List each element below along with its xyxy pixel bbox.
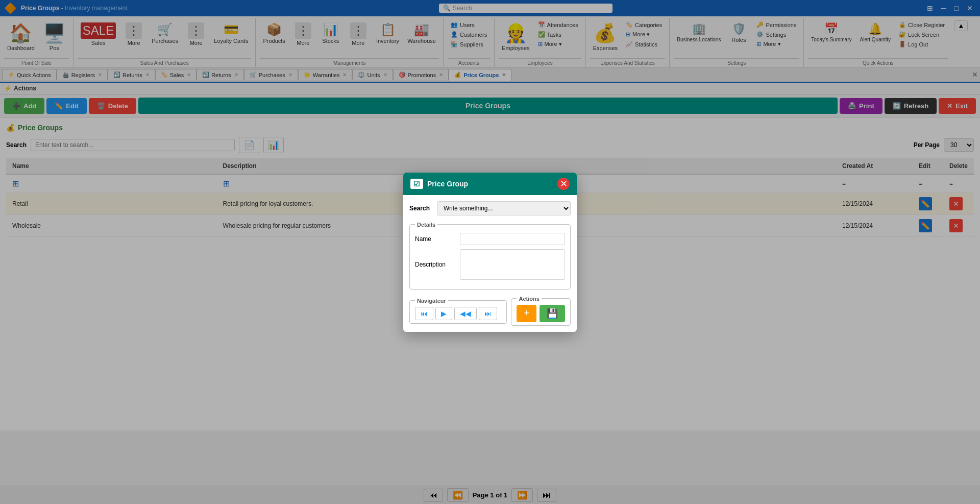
modal-add-icon: + [524, 308, 529, 318]
modal-save-button[interactable]: 💾 [540, 305, 565, 322]
modal-description-field: Description [415, 249, 565, 280]
modal-search-select[interactable]: Write something... [437, 201, 571, 215]
navigator-fieldset: Navigateur ⏮ ▶ ◀◀ ⏭ [409, 298, 507, 324]
nav-buttons: ⏮ ▶ ◀◀ ⏭ [415, 307, 501, 320]
modal-close-button[interactable]: ✕ [557, 178, 570, 190]
modal-search-row: Search Write something... [409, 201, 571, 215]
modal-save-icon: 💾 [547, 308, 558, 319]
modal-check-icon: ☑ [410, 179, 423, 189]
actions-fieldset: Actions + 💾 [511, 296, 571, 326]
modal-title: Price Group [427, 180, 468, 188]
modal-details-fieldset: Details Name Description [409, 222, 571, 290]
modal-dialog: ☑ Price Group ✕ Search Write something..… [403, 173, 577, 332]
nav-first-button[interactable]: ⏮ [415, 307, 433, 320]
modal-header: ☑ Price Group ✕ [403, 173, 577, 195]
modal-overlay: ☑ Price Group ✕ Search Write something..… [0, 0, 980, 504]
modal-add-button[interactable]: + [517, 305, 536, 322]
modal-body: Search Write something... Details Name D… [403, 195, 577, 332]
nav-last-button[interactable]: ⏭ [479, 307, 497, 320]
action-buttons: + 💾 [517, 305, 565, 322]
modal-name-field: Name [415, 233, 565, 245]
modal-footer: Navigateur ⏮ ▶ ◀◀ ⏭ Actions + [409, 296, 571, 326]
nav-prev-button[interactable]: ◀◀ [454, 307, 477, 320]
modal-description-input[interactable] [460, 249, 565, 280]
nav-next-button[interactable]: ▶ [435, 307, 452, 320]
modal-name-input[interactable] [460, 233, 565, 245]
